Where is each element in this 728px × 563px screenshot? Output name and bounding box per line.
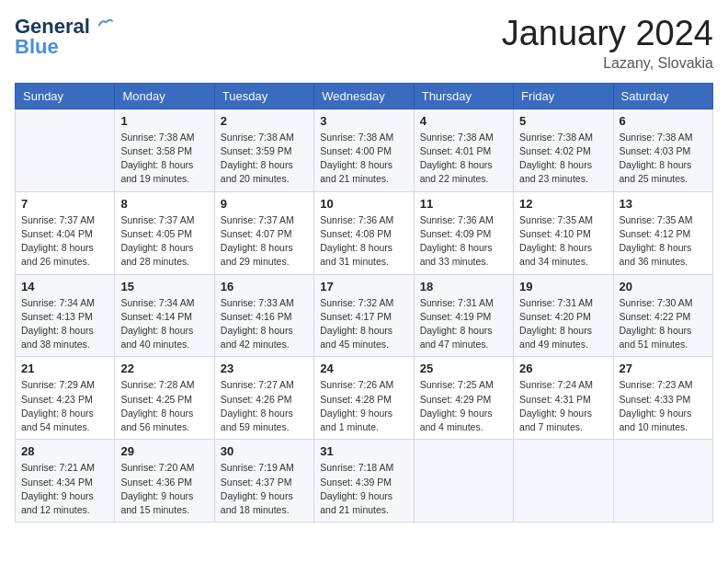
- calendar-cell: 25Sunrise: 7:25 AMSunset: 4:29 PMDayligh…: [414, 357, 513, 440]
- week-row-5: 28Sunrise: 7:21 AMSunset: 4:34 PMDayligh…: [16, 440, 713, 523]
- day-number: 3: [320, 114, 407, 128]
- day-number: 4: [420, 114, 507, 128]
- day-number: 28: [21, 444, 108, 458]
- day-info: Sunrise: 7:23 AMSunset: 4:33 PMDaylight:…: [620, 378, 707, 434]
- calendar-cell: 30Sunrise: 7:19 AMSunset: 4:37 PMDayligh…: [214, 440, 313, 523]
- day-number: 14: [21, 280, 108, 293]
- calendar-cell: 21Sunrise: 7:29 AMSunset: 4:23 PMDayligh…: [16, 357, 115, 440]
- calendar-cell: 13Sunrise: 7:35 AMSunset: 4:12 PMDayligh…: [613, 191, 712, 274]
- page-header: General Blue January 2024 Lazany, Slovak…: [15, 15, 713, 72]
- day-number: 20: [620, 280, 707, 293]
- calendar-cell: 22Sunrise: 7:28 AMSunset: 4:25 PMDayligh…: [115, 357, 214, 440]
- weekday-header-tuesday: Tuesday: [214, 83, 313, 109]
- logo-blue: Blue: [15, 35, 59, 59]
- calendar-cell: 11Sunrise: 7:36 AMSunset: 4:09 PMDayligh…: [414, 191, 513, 274]
- day-info: Sunrise: 7:36 AMSunset: 4:09 PMDaylight:…: [420, 213, 507, 270]
- location-subtitle: Lazany, Slovakia: [502, 55, 713, 72]
- day-number: 31: [320, 444, 407, 458]
- calendar-cell: 2Sunrise: 7:38 AMSunset: 3:59 PMDaylight…: [214, 109, 313, 191]
- calendar-table: SundayMondayTuesdayWednesdayThursdayFrid…: [15, 83, 713, 523]
- day-info: Sunrise: 7:37 AMSunset: 4:07 PMDaylight:…: [221, 213, 308, 270]
- day-number: 17: [320, 280, 407, 293]
- day-info: Sunrise: 7:20 AMSunset: 4:36 PMDaylight:…: [120, 461, 208, 517]
- day-number: 2: [221, 114, 308, 128]
- day-number: 21: [21, 362, 108, 375]
- calendar-cell: 27Sunrise: 7:23 AMSunset: 4:33 PMDayligh…: [613, 357, 712, 440]
- calendar-cell: 9Sunrise: 7:37 AMSunset: 4:07 PMDaylight…: [214, 191, 313, 274]
- weekday-header-monday: Monday: [115, 83, 214, 109]
- day-number: 13: [620, 197, 707, 211]
- day-info: Sunrise: 7:28 AMSunset: 4:25 PMDaylight:…: [120, 378, 208, 434]
- calendar-cell: 1Sunrise: 7:38 AMSunset: 3:58 PMDaylight…: [115, 109, 214, 191]
- weekday-header-thursday: Thursday: [414, 83, 513, 109]
- day-info: Sunrise: 7:35 AMSunset: 4:10 PMDaylight:…: [519, 213, 607, 270]
- day-number: 27: [620, 362, 707, 375]
- calendar-cell: 16Sunrise: 7:33 AMSunset: 4:16 PMDayligh…: [214, 274, 313, 357]
- day-number: 12: [519, 197, 607, 211]
- week-row-3: 14Sunrise: 7:34 AMSunset: 4:13 PMDayligh…: [16, 274, 713, 357]
- calendar-cell: [613, 440, 712, 523]
- day-info: Sunrise: 7:32 AMSunset: 4:17 PMDaylight:…: [320, 296, 407, 352]
- weekday-header-sunday: Sunday: [16, 83, 115, 109]
- day-info: Sunrise: 7:30 AMSunset: 4:22 PMDaylight:…: [620, 296, 707, 352]
- day-info: Sunrise: 7:24 AMSunset: 4:31 PMDaylight:…: [519, 378, 607, 434]
- calendar-cell: 6Sunrise: 7:38 AMSunset: 4:03 PMDaylight…: [613, 109, 712, 191]
- title-section: January 2024 Lazany, Slovakia: [502, 15, 713, 72]
- day-info: Sunrise: 7:25 AMSunset: 4:29 PMDaylight:…: [420, 378, 507, 434]
- day-number: 23: [221, 362, 308, 375]
- calendar-cell: 29Sunrise: 7:20 AMSunset: 4:36 PMDayligh…: [115, 440, 214, 523]
- day-number: 15: [120, 280, 208, 293]
- day-number: 1: [120, 114, 208, 128]
- day-number: 24: [320, 362, 407, 375]
- day-info: Sunrise: 7:34 AMSunset: 4:13 PMDaylight:…: [21, 296, 108, 352]
- weekday-header-row: SundayMondayTuesdayWednesdayThursdayFrid…: [16, 83, 713, 109]
- day-info: Sunrise: 7:27 AMSunset: 4:26 PMDaylight:…: [221, 378, 308, 434]
- calendar-cell: 26Sunrise: 7:24 AMSunset: 4:31 PMDayligh…: [514, 357, 613, 440]
- day-number: 29: [120, 444, 208, 458]
- day-info: Sunrise: 7:29 AMSunset: 4:23 PMDaylight:…: [21, 378, 108, 434]
- day-info: Sunrise: 7:26 AMSunset: 4:28 PMDaylight:…: [320, 378, 407, 434]
- day-info: Sunrise: 7:21 AMSunset: 4:34 PMDaylight:…: [21, 461, 108, 517]
- day-info: Sunrise: 7:36 AMSunset: 4:08 PMDaylight:…: [320, 213, 407, 270]
- calendar-cell: 19Sunrise: 7:31 AMSunset: 4:20 PMDayligh…: [514, 274, 613, 357]
- day-info: Sunrise: 7:18 AMSunset: 4:39 PMDaylight:…: [320, 461, 407, 517]
- calendar-cell: [414, 440, 513, 523]
- day-number: 26: [519, 362, 607, 375]
- day-number: 25: [420, 362, 507, 375]
- day-number: 16: [221, 280, 308, 293]
- calendar-cell: 3Sunrise: 7:38 AMSunset: 4:00 PMDaylight…: [314, 109, 414, 191]
- calendar-cell: 28Sunrise: 7:21 AMSunset: 4:34 PMDayligh…: [16, 440, 115, 523]
- calendar-cell: 4Sunrise: 7:38 AMSunset: 4:01 PMDaylight…: [414, 109, 513, 191]
- day-number: 8: [120, 197, 208, 211]
- month-title: January 2024: [502, 15, 713, 53]
- day-info: Sunrise: 7:31 AMSunset: 4:20 PMDaylight:…: [519, 296, 607, 352]
- day-info: Sunrise: 7:38 AMSunset: 3:59 PMDaylight:…: [221, 131, 308, 187]
- calendar-cell: 14Sunrise: 7:34 AMSunset: 4:13 PMDayligh…: [16, 274, 115, 357]
- calendar-cell: 12Sunrise: 7:35 AMSunset: 4:10 PMDayligh…: [514, 191, 613, 274]
- logo-general: General: [15, 15, 90, 38]
- weekday-header-saturday: Saturday: [613, 83, 712, 109]
- day-info: Sunrise: 7:31 AMSunset: 4:19 PMDaylight:…: [420, 296, 507, 352]
- calendar-cell: 23Sunrise: 7:27 AMSunset: 4:26 PMDayligh…: [214, 357, 313, 440]
- calendar-cell: 8Sunrise: 7:37 AMSunset: 4:05 PMDaylight…: [115, 191, 214, 274]
- calendar-cell: 15Sunrise: 7:34 AMSunset: 4:14 PMDayligh…: [115, 274, 214, 357]
- day-number: 9: [221, 197, 308, 211]
- day-info: Sunrise: 7:38 AMSunset: 3:58 PMDaylight:…: [120, 131, 208, 187]
- day-info: Sunrise: 7:33 AMSunset: 4:16 PMDaylight:…: [221, 296, 308, 352]
- day-info: Sunrise: 7:19 AMSunset: 4:37 PMDaylight:…: [221, 461, 308, 517]
- day-info: Sunrise: 7:38 AMSunset: 4:03 PMDaylight:…: [620, 131, 707, 187]
- day-info: Sunrise: 7:37 AMSunset: 4:04 PMDaylight:…: [21, 213, 108, 270]
- calendar-cell: [514, 440, 613, 523]
- day-number: 30: [221, 444, 308, 458]
- calendar-cell: 18Sunrise: 7:31 AMSunset: 4:19 PMDayligh…: [414, 274, 513, 357]
- week-row-4: 21Sunrise: 7:29 AMSunset: 4:23 PMDayligh…: [16, 357, 713, 440]
- day-number: 7: [21, 197, 108, 211]
- day-info: Sunrise: 7:37 AMSunset: 4:05 PMDaylight:…: [120, 213, 208, 270]
- calendar-cell: [16, 109, 115, 191]
- day-number: 11: [420, 197, 507, 211]
- day-info: Sunrise: 7:38 AMSunset: 4:02 PMDaylight:…: [519, 131, 607, 187]
- day-number: 5: [519, 114, 607, 128]
- calendar-cell: 7Sunrise: 7:37 AMSunset: 4:04 PMDaylight…: [16, 191, 115, 274]
- calendar-cell: 17Sunrise: 7:32 AMSunset: 4:17 PMDayligh…: [314, 274, 414, 357]
- calendar-cell: 20Sunrise: 7:30 AMSunset: 4:22 PMDayligh…: [613, 274, 712, 357]
